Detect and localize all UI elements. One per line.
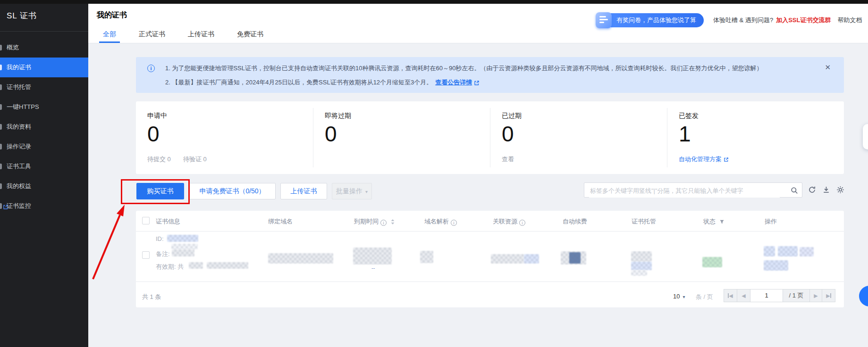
tab-uploaded-certs[interactable]: 上传证书 <box>184 26 218 43</box>
stat-expired-view-link[interactable]: 查看 <box>502 155 514 164</box>
redacted-expire-time <box>353 248 392 264</box>
next-page-button[interactable]: ▶ <box>809 289 822 302</box>
sidebar-item-my-certificates[interactable]: 我的证书 <box>0 58 88 77</box>
stat-pending-verify[interactable]: 待验证 0 <box>183 155 207 164</box>
last-page-icon <box>830 293 831 298</box>
row-checkbox[interactable] <box>142 251 150 259</box>
redacted-resolution <box>420 251 433 263</box>
certificate-table: 证书信息 绑定域名 到期时间i 域名解析i 关联资源i 自动续费 证书托管 状态… <box>136 211 844 307</box>
prev-page-button[interactable]: ◀ <box>737 289 750 302</box>
feedback-text: 体验吐槽 & 遇到问题? <box>713 16 773 25</box>
redacted-action-link[interactable] <box>764 260 788 271</box>
col-expire-time: 到期时间i <box>354 217 395 226</box>
banner-line-2: 2. 【最新】接证书厂商通知，2024年4月25日以后，免费SSL证书有效期将从… <box>165 78 480 87</box>
stat-applying: 申请中 0 待提交 0 待验证 0 <box>136 101 313 174</box>
benefits-icon <box>0 183 2 189</box>
refresh-icon[interactable] <box>808 186 816 194</box>
survey-pill-button[interactable]: 有奖问卷，产品体验您说了算 <box>604 13 704 27</box>
help-doc-link[interactable]: 帮助文档 <box>837 16 862 25</box>
log-icon <box>0 144 2 149</box>
sidebar-item-cert-tools[interactable]: 证书工具 <box>0 157 88 176</box>
filter-funnel-icon[interactable] <box>719 219 725 224</box>
redacted-validity <box>189 262 203 269</box>
header-right-links: 有奖问卷，产品体验您说了算 体验吐槽 & 遇到问题? 加入SSL证书交流群 帮助… <box>596 12 868 29</box>
next-page-icon: ▶ <box>814 293 817 298</box>
sidebar-item-operation-log[interactable]: 操作记录 <box>0 137 88 157</box>
row-validity-label: 有效期: 共 <box>156 263 184 271</box>
profile-icon <box>0 124 2 130</box>
table-row: ID: 备注: 有效期: 共 -- <box>136 231 844 282</box>
redacted-action-link[interactable] <box>764 246 775 256</box>
redacted-remark <box>172 249 194 256</box>
upload-certificate-button[interactable]: 上传证书 <box>280 183 327 199</box>
tab-free-certs[interactable]: 免费证书 <box>233 26 267 43</box>
redacted-resources <box>524 254 539 264</box>
pagination: 共 1 条 10▾ 条 / 页 ◀ ◀ 1 / 1 页 ▶ ▶ <box>136 281 844 307</box>
redacted-action-link[interactable] <box>800 247 814 256</box>
banner-close-icon[interactable]: ✕ <box>825 63 831 72</box>
ssl-console-page: SL 证书 概览 我的证书 证书托管 一键HTTPS 我的资料 操作记录 证 <box>0 0 868 347</box>
page-size-unit: 条 / 页 <box>696 293 713 301</box>
table-header: 证书信息 绑定域名 到期时间i 域名解析i 关联资源i 自动续费 证书托管 状态… <box>136 211 844 231</box>
last-page-button[interactable]: ▶ <box>822 289 835 302</box>
feedback-side-tab[interactable] <box>863 124 868 149</box>
total-count: 共 1 条 <box>142 293 161 301</box>
redacted-hosting <box>631 262 652 270</box>
sidebar-divider <box>0 31 88 32</box>
external-link-icon <box>474 80 480 86</box>
expire-dots: -- <box>371 265 375 271</box>
buy-certificate-button[interactable]: 购买证书 <box>136 183 184 199</box>
first-page-button[interactable]: ◀ <box>724 289 737 302</box>
hosting-icon <box>0 84 2 90</box>
stat-issued-value: 1 <box>679 122 691 146</box>
assistant-float-button[interactable] <box>859 286 868 306</box>
info-icon[interactable]: i <box>451 220 457 226</box>
chevron-down-icon: ▾ <box>365 189 368 194</box>
https-icon <box>0 104 2 110</box>
sidebar-item-my-profile[interactable]: 我的资料 <box>0 117 88 137</box>
info-icon: i <box>147 65 155 72</box>
automation-plan-link[interactable]: 自动化管理方案 <box>679 155 729 164</box>
sort-icon[interactable] <box>390 219 395 225</box>
download-icon[interactable] <box>822 186 830 194</box>
redacted-action-link[interactable] <box>778 246 798 256</box>
survey-doc-icon <box>596 12 612 28</box>
sidebar-item-cert-hosting[interactable]: 证书托管 <box>0 77 88 97</box>
info-icon[interactable]: i <box>519 220 525 226</box>
redacted-hosting <box>631 251 652 262</box>
col-cert-hosting: 证书托管 <box>632 217 656 226</box>
stat-pending-submit[interactable]: 待提交 0 <box>147 155 171 164</box>
tab-paid-certs[interactable]: 正式证书 <box>135 26 169 43</box>
tab-bar: 全部 正式证书 上传证书 免费证书 <box>99 26 282 43</box>
apply-free-certificate-button[interactable]: 申请免费证书（0/50） <box>189 183 276 199</box>
search-input[interactable] <box>589 183 780 198</box>
select-all-checkbox[interactable] <box>142 217 150 224</box>
top-strip <box>0 0 868 4</box>
stat-issued: 已签发 1 自动化管理方案 <box>667 101 844 174</box>
tab-all[interactable]: 全部 <box>99 26 120 43</box>
page-size-select[interactable]: 10▾ <box>673 293 685 300</box>
sidebar-item-cert-monitor[interactable]: 证书监控 <box>0 196 88 216</box>
sidebar-item-overview[interactable]: 概览 <box>0 38 88 58</box>
stat-expired-value: 0 <box>502 122 514 146</box>
page-number-input[interactable]: 1 <box>750 289 783 302</box>
stat-applying-value: 0 <box>147 122 160 146</box>
sidebar-item-my-benefits[interactable]: 我的权益 <box>0 176 88 196</box>
external-link-icon <box>724 157 729 162</box>
join-group-link[interactable]: 加入SSL证书交流群 <box>776 16 831 25</box>
settings-gear-icon[interactable] <box>836 186 844 194</box>
announcement-link[interactable]: 查看公告详情 <box>435 79 472 86</box>
stat-expiring-soon: 即将过期 0 <box>313 101 490 174</box>
redacted-cert-id <box>167 235 198 242</box>
batch-operation-button[interactable]: 批量操作▾ <box>332 183 372 199</box>
sidebar: SL 证书 概览 我的证书 证书托管 一键HTTPS 我的资料 操作记录 证 <box>0 4 88 347</box>
col-actions: 操作 <box>765 217 777 226</box>
info-icon[interactable]: i <box>380 220 387 226</box>
monitor-icon <box>0 203 2 209</box>
search-icon[interactable] <box>791 186 798 194</box>
col-bound-domain: 绑定域名 <box>268 217 293 226</box>
redacted-domain <box>268 253 333 264</box>
sidebar-item-one-click-https[interactable]: 一键HTTPS <box>0 97 88 117</box>
certificate-icon <box>0 65 2 70</box>
col-auto-renew: 自动续费 <box>563 217 587 226</box>
